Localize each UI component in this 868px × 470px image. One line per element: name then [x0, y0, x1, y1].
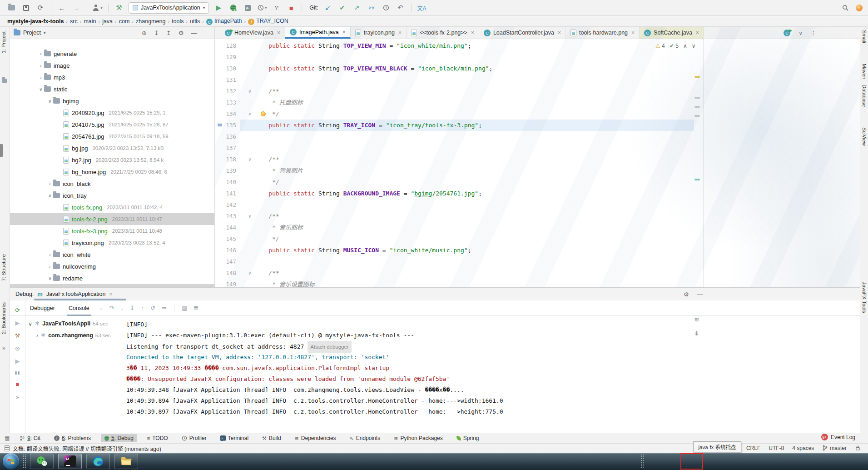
breadcrumb-item[interactable]: tools [172, 18, 184, 25]
toolwindow-build[interactable]: ⚒Build [258, 434, 285, 442]
scroll-to-end-icon[interactable]: ↡ [694, 330, 699, 337]
tree-row-image[interactable]: ›image [10, 60, 215, 71]
breadcrumb-item[interactable]: com [119, 18, 130, 25]
stripe-more-button[interactable]: » [2, 345, 5, 351]
search-everywhere-icon[interactable] [840, 3, 850, 14]
stripe-sciview-button[interactable]: SciView [862, 127, 867, 146]
stripe-structure-button[interactable]: 7: Structure [1, 254, 6, 281]
editor-tab[interactable]: CImagePath.java× [285, 27, 351, 39]
fold-icon[interactable]: ∨ [247, 267, 253, 279]
encoding-widget[interactable]: UTF-8 [769, 445, 784, 451]
tree-row-bg2.jpg[interactable]: bg2.jpg2020/2/23 0023 13:52, 8.54 k [10, 154, 215, 166]
tree-row-mp3[interactable]: ›mp3 [10, 71, 215, 83]
breadcrumb-item[interactable]: java [102, 18, 113, 25]
user-profile-icon[interactable]: ▾ [93, 2, 103, 13]
stripe-change-mark[interactable] [694, 106, 700, 108]
coverage-button[interactable]: ▶ [243, 2, 253, 13]
git-merge-button[interactable]: ↣ [367, 2, 377, 13]
forward-icon[interactable]: → [71, 2, 81, 13]
stripe-bookmarks-button[interactable]: 2: Bookmarks [1, 302, 6, 334]
modify-run-config-icon[interactable]: ⚒ [15, 332, 20, 339]
inspections-widget[interactable]: ⚠ 4 ✔ 5 ∧ ∨ [655, 43, 695, 49]
breadcrumb-class[interactable]: CImagePath [206, 18, 242, 25]
project-panel-title[interactable]: Project [23, 30, 41, 36]
stripe-change-mark[interactable] [694, 115, 700, 117]
event-log-button[interactable]: 9+ Event Log [821, 434, 855, 440]
tree-chevron-icon[interactable]: ∨ [38, 87, 44, 92]
line-ending-widget[interactable]: CRLF [746, 445, 760, 451]
tab-close-icon[interactable]: × [696, 30, 699, 36]
indent-widget[interactable]: 4 spaces [792, 445, 814, 451]
code-editor[interactable]: ⚠ 4 ✔ 5 ∧ ∨ 128 public static String TOP… [215, 39, 860, 287]
tree-row-2041075.jpg[interactable]: 2041075.jpg2021/6/25 0025 15:28, 87 [10, 119, 215, 130]
toolwindow-terminal[interactable]: >_Terminal [217, 434, 252, 442]
tree-row-2054761.jpg[interactable]: 2054761.jpg2022/3/15 0015 09:18, 59 [10, 130, 215, 142]
tab-close-icon[interactable]: × [631, 30, 635, 36]
tree-row-bg_home.jpg[interactable]: bg_home.jpg2021/7/29 0029 08:46, 6 [10, 166, 215, 178]
locate-file-icon[interactable]: ⊕ [142, 30, 147, 36]
tree-row-static[interactable]: ∨static [10, 83, 215, 95]
stripe-database-button[interactable]: Database [862, 85, 867, 107]
tree-chevron-icon[interactable]: › [47, 252, 53, 257]
toolwindow-endpoints[interactable]: ∿Endpoints [346, 434, 384, 442]
back-icon[interactable]: ← [57, 2, 67, 13]
debug-session-node[interactable]: ∨JavaFxToolsAppli54 sec [28, 318, 108, 330]
debug-session-node[interactable]: ›com.zhangmeng53 sec [36, 330, 111, 341]
tree-row-img.png[interactable]: img.png2023/2/23 0023 17:07, 60.73 [10, 284, 215, 287]
fold-icon[interactable]: ∨ [247, 85, 253, 97]
collapse-all-icon[interactable]: ↥ [166, 30, 171, 36]
prev-problem-icon[interactable]: ∧ [683, 43, 687, 49]
tree-row-tools-fx.png[interactable]: tools-fx.png2023/3/11 0011 10:42, 4 [10, 201, 215, 213]
stripe-maven-button[interactable]: Maven [862, 64, 867, 80]
profiler-button[interactable]: ▾ [257, 2, 267, 13]
attach-debugger-link[interactable]: Attach debugger [308, 341, 351, 353]
editor-tab[interactable]: CLoadStartController.java× [479, 27, 566, 39]
force-step-into-icon[interactable]: ↧ [130, 305, 135, 311]
tree-row-tools-fx-3.png[interactable]: tools-fx-3.png2023/3/11 0011 10:48 [10, 225, 215, 237]
tab-close-icon[interactable]: × [471, 30, 474, 36]
toolwindow-todo[interactable]: ≡TODO [144, 434, 172, 442]
tree-chevron-icon[interactable]: › [36, 332, 38, 339]
resume-button[interactable]: ▶ [15, 320, 20, 326]
git-branch-widget[interactable]: master [822, 445, 847, 451]
resume-program-icon[interactable]: ▶ [15, 358, 20, 365]
debug-session-tab[interactable]: JavaFxToolsApplication [46, 291, 106, 297]
next-problem-icon[interactable]: ∨ [692, 43, 696, 49]
attach-process-button[interactable] [272, 2, 282, 13]
more-actions-icon[interactable]: » [16, 394, 19, 400]
tabs-kebab-icon[interactable]: ⋮ [811, 30, 816, 36]
tree-chevron-icon[interactable]: ∨ [47, 276, 53, 281]
console-output[interactable]: [INFO][INFO] --- exec-maven-plugin:3.1.0… [126, 316, 717, 433]
tab-close-icon[interactable]: × [398, 30, 402, 36]
tree-chevron-icon[interactable]: › [47, 181, 53, 186]
tree-chevron-icon[interactable]: ∨ [47, 193, 53, 198]
pause-button[interactable]: ▮▮ [15, 370, 20, 375]
breadcrumb-item[interactable]: main [84, 18, 96, 25]
debug-button[interactable] [228, 2, 238, 13]
fold-icon[interactable]: ∨ [247, 108, 253, 120]
tabs-chevron-down-icon[interactable]: ∨ [799, 30, 803, 36]
breadcrumb-item[interactable]: zhangmeng [136, 18, 165, 25]
stripe-javafx-tools-button[interactable]: JavaFX Tools [862, 282, 867, 313]
toolwindow----git[interactable]: 9: Git [16, 434, 44, 442]
panel-settings-icon[interactable]: ⚙ [179, 30, 184, 36]
save-all-icon[interactable] [21, 2, 31, 13]
tree-row-icon_tray[interactable]: ∨icon_tray [10, 190, 215, 201]
toolwindow-switcher-icon[interactable]: ▦ [5, 435, 10, 441]
tree-row-redame[interactable]: ∨redame [10, 272, 215, 284]
tree-row-generate[interactable]: ›generate [10, 48, 215, 60]
stripe-project-button[interactable]: 1: Project [1, 31, 6, 54]
stripe-smali-button[interactable]: Smali [862, 30, 867, 43]
debug-hide-icon[interactable]: — [697, 291, 703, 298]
drop-frame-icon[interactable]: ↺ [150, 305, 155, 311]
git-update-button[interactable]: ↙ [323, 2, 333, 13]
git-rollback-button[interactable]: ↶ [396, 2, 406, 13]
toolwindow----debug[interactable]: 5: Debug [101, 434, 137, 442]
tree-row-nullcoverimg[interactable]: ›nullcoverimg [10, 260, 215, 272]
tree-row-bgimg[interactable]: ∨bgimg [10, 95, 215, 107]
open-folder-icon[interactable] [6, 2, 16, 13]
tree-chevron-icon[interactable]: › [47, 264, 53, 269]
translate-button[interactable]: 文A [417, 2, 427, 13]
stripe-warning-mark[interactable] [694, 76, 700, 78]
soft-wrap-icon[interactable]: ≋ [694, 316, 699, 323]
